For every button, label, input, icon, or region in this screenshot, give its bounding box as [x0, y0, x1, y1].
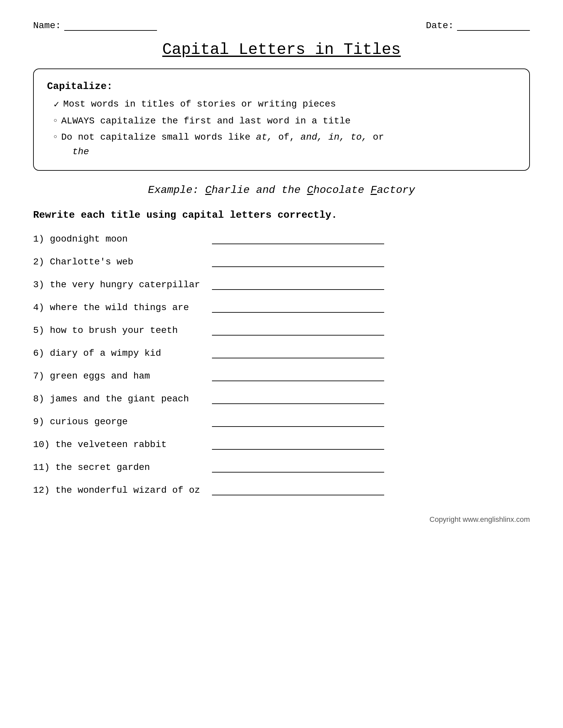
exercise-title-8: 8) james and the giant peach [33, 394, 205, 404]
exercise-item: 10) the velveteen rabbit [33, 439, 530, 450]
footer: Copyright www.englishlinx.com [33, 515, 530, 524]
answer-line-7[interactable] [212, 372, 384, 381]
subrule2-item: ○ Do not capitalize small words like at,… [54, 130, 516, 160]
exercise-item: 7) green eggs and ham [33, 371, 530, 381]
exercise-item: 2) Charlotte's web [33, 257, 530, 267]
exercise-title-3: 3) the very hungry caterpillar [33, 280, 205, 290]
italic-at: at, [256, 132, 272, 142]
date-field: Date: [426, 20, 530, 31]
example-underlined-c1: C [205, 184, 211, 196]
answer-line-11[interactable] [212, 463, 384, 473]
exercise-title-11: 11) the secret garden [33, 462, 205, 473]
capitalize-label: Capitalize: [47, 78, 516, 94]
circle-bullet-2: ○ [54, 132, 57, 142]
rule1-item: ✓ Most words in titles of stories or wri… [54, 97, 516, 113]
exercise-item: 12) the wonderful wizard of oz [33, 485, 530, 495]
exercise-title-9: 9) curious george [33, 417, 205, 427]
check-icon: ✓ [54, 98, 59, 113]
exercise-item: 1) goodnight moon [33, 234, 530, 244]
exercise-item: 3) the very hungry caterpillar [33, 280, 530, 290]
answer-line-2[interactable] [212, 258, 384, 267]
exercise-item: 11) the secret garden [33, 462, 530, 473]
subrule1-item: ○ ALWAYS capitalize the first and last w… [54, 114, 516, 129]
name-underline [64, 20, 157, 31]
example-line: Example: Charlie and the Chocolate Facto… [33, 184, 530, 196]
exercise-title-2: 2) Charlotte's web [33, 257, 205, 267]
subrule1-text: ALWAYS capitalize the first and last wor… [61, 114, 351, 129]
answer-line-12[interactable] [212, 486, 384, 495]
exercise-item: 4) where the wild things are [33, 302, 530, 313]
italic-to: to, [351, 132, 367, 142]
circle-bullet-1: ○ [54, 116, 57, 125]
answer-line-4[interactable] [212, 303, 384, 313]
header-row: Name: Date: [33, 20, 530, 31]
answer-line-9[interactable] [212, 418, 384, 427]
exercise-title-10: 10) the velveteen rabbit [33, 439, 205, 450]
exercise-title-6: 6) diary of a wimpy kid [33, 348, 205, 358]
exercise-list: 1) goodnight moon2) Charlotte's web3) th… [33, 234, 530, 495]
example-prefix: Example: Charlie and the Chocolate Facto… [148, 184, 415, 196]
name-label: Name: [33, 21, 61, 31]
answer-line-8[interactable] [212, 395, 384, 404]
example-underlined-f: F [371, 184, 377, 196]
exercise-title-5: 5) how to brush your teeth [33, 325, 205, 336]
sub-rules-list: ○ ALWAYS capitalize the first and last w… [47, 114, 516, 159]
exercise-item: 9) curious george [33, 417, 530, 427]
example-underlined-c2: C [307, 184, 313, 196]
rules-list: ✓ Most words in titles of stories or wri… [47, 97, 516, 113]
date-underline [457, 20, 530, 31]
answer-line-3[interactable] [212, 281, 384, 290]
rules-box: Capitalize: ✓ Most words in titles of st… [33, 68, 530, 171]
italic-and: and, [301, 132, 323, 142]
answer-line-6[interactable] [212, 349, 384, 358]
answer-line-5[interactable] [212, 326, 384, 336]
instructions-text: Rewrite each title using capital letters… [33, 209, 530, 221]
exercise-item: 8) james and the giant peach [33, 394, 530, 404]
italic-in: in, [328, 132, 345, 142]
exercise-item: 6) diary of a wimpy kid [33, 348, 530, 358]
name-field: Name: [33, 20, 157, 31]
rule1-text: Most words in titles of stories or writi… [63, 97, 336, 112]
italic-the: the [72, 147, 89, 157]
exercise-title-1: 1) goodnight moon [33, 234, 205, 244]
exercise-title-12: 12) the wonderful wizard of oz [33, 485, 205, 495]
answer-line-1[interactable] [212, 235, 384, 244]
exercise-title-7: 7) green eggs and ham [33, 371, 205, 381]
exercise-item: 5) how to brush your teeth [33, 325, 530, 336]
answer-line-10[interactable] [212, 440, 384, 450]
date-label: Date: [426, 21, 454, 31]
subrule2-text: Do not capitalize small words like at, o… [61, 130, 384, 160]
page-title: Capital Letters in Titles [33, 41, 530, 59]
copyright-text: Copyright www.englishlinx.com [430, 515, 530, 523]
exercise-title-4: 4) where the wild things are [33, 302, 205, 313]
